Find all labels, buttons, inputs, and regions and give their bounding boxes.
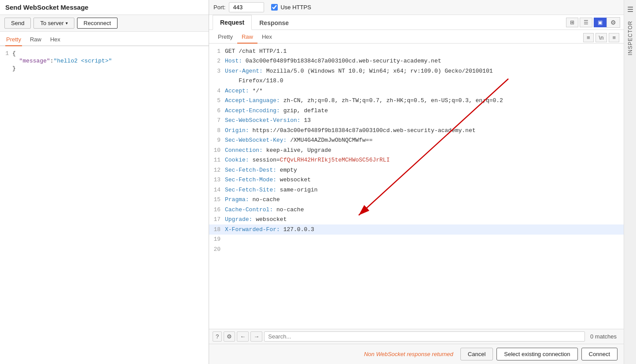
req-line-5: 5 Accept-Language: zh-CN, zh;q=0.8, zh-T… xyxy=(209,96,624,106)
help-icon-btn[interactable]: ? xyxy=(213,331,222,342)
tab-pretty-left[interactable]: Pretty xyxy=(5,34,22,46)
req-line-3: 3 User-Agent: Mozilla/5.0 (Windows NT 10… xyxy=(209,66,624,76)
code-line-3: } xyxy=(0,65,209,72)
gear-button[interactable]: ⚙ xyxy=(607,17,620,28)
tab-raw-inner[interactable]: Raw xyxy=(237,32,257,44)
search-input[interactable] xyxy=(264,331,585,342)
reconnect-button[interactable]: Reconnect xyxy=(77,18,118,29)
right-panel: Port: Use HTTPS Request Response ⊞ ☰ ▣ ⚙… xyxy=(209,0,624,364)
inspector-lines-icon: ☰ xyxy=(625,4,635,15)
req-line-4: 4 Accept: */* xyxy=(209,86,624,96)
inner-btn-more[interactable]: ≡ xyxy=(609,33,619,42)
view-grid-btn[interactable]: ⊞ xyxy=(566,18,578,27)
tab-response[interactable]: Response xyxy=(252,15,296,30)
select-existing-connection-button[interactable]: Select existing connection xyxy=(496,348,577,360)
req-line-11: 11 Cookie: session=CfQvLRH42HrRIkj5teMCH… xyxy=(209,155,624,165)
connect-button[interactable]: Connect xyxy=(581,348,618,360)
to-server-button[interactable]: To server ▾ xyxy=(33,18,74,29)
req-line-3b: Firefox/118.0 xyxy=(209,76,624,86)
use-https-label: Use HTTPS xyxy=(271,4,311,11)
view-detail-btn[interactable]: ▣ xyxy=(594,18,607,27)
tab-pretty-inner[interactable]: Pretty xyxy=(213,32,237,44)
left-code-content: 1 { "message":"hello2 <script>" } xyxy=(0,46,209,364)
req-line-8: 8 Origin: https://0a3c00ef0489f9b18384c8… xyxy=(209,125,624,136)
req-line-14: 14 Sec-Fetch-Site: same-origin xyxy=(209,185,624,195)
search-settings-btn[interactable]: ⚙ xyxy=(224,331,235,342)
tab-request[interactable]: Request xyxy=(213,15,252,30)
req-line-7: 7 Sec-WebSocket-Version: 13 xyxy=(209,116,624,126)
req-line-1: 1 GET /chat HTTP/1.1 xyxy=(209,46,624,56)
tab-raw-left[interactable]: Raw xyxy=(29,34,42,46)
req-line-20: 20 xyxy=(209,244,624,254)
left-panel: Send WebSocket Message Send To server ▾ … xyxy=(0,0,209,364)
req-line-15: 15 Pragma: no-cache xyxy=(209,195,624,205)
request-response-tabs: Request Response ⊞ ☰ ▣ ⚙ xyxy=(209,15,624,30)
request-body-wrapper: 1 GET /chat HTTP/1.1 2 Host: 0a3c00ef048… xyxy=(209,44,624,329)
port-label: Port: xyxy=(213,4,225,11)
bottom-bar: Non WebSocket response returned Cancel S… xyxy=(209,344,624,364)
inner-btn-wrap[interactable]: \n xyxy=(596,33,607,42)
search-next-btn[interactable]: → xyxy=(250,331,262,342)
use-https-text: Use HTTPS xyxy=(280,4,311,11)
cancel-button[interactable]: Cancel xyxy=(460,348,493,360)
send-button[interactable]: Send xyxy=(4,18,31,29)
view-buttons: ⊞ ☰ ▣ xyxy=(566,18,607,27)
tab-hex-left[interactable]: Hex xyxy=(49,34,61,46)
port-input[interactable] xyxy=(229,2,264,12)
req-line-18: 18 X-Forwarded-For: 127.0.0.3 xyxy=(209,224,624,235)
left-toolbar: Send To server ▾ Reconnect xyxy=(0,15,209,32)
search-bar: ? ⚙ ← → 0 matches xyxy=(209,329,624,344)
inspector-sidebar: ☰ INSPECTOR xyxy=(624,0,636,364)
code-line-1: 1 { xyxy=(0,50,209,57)
inner-btn-format[interactable]: ≡ xyxy=(583,33,594,42)
inner-tabs: Pretty Raw Hex ≡ \n ≡ xyxy=(209,30,624,44)
tab-hex-inner[interactable]: Hex xyxy=(257,32,276,44)
req-line-9: 9 Sec-WebSocket-Key: /XMU4G4AZDmJwObNQCM… xyxy=(209,136,624,146)
req-line-19: 19 xyxy=(209,235,624,245)
view-list-btn[interactable]: ☰ xyxy=(580,18,592,27)
req-line-12: 12 Sec-Fetch-Dest: empty xyxy=(209,165,624,175)
status-message: Non WebSocket response returned xyxy=(364,351,453,357)
req-line-10: 10 Connection: keep-alive, Upgrade xyxy=(209,145,624,155)
code-line-2: "message":"hello2 <script>" xyxy=(0,57,209,65)
req-line-17: 17 Upgrade: websocket xyxy=(209,215,624,225)
request-body: 1 GET /chat HTTP/1.1 2 Host: 0a3c00ef048… xyxy=(209,44,624,329)
search-prev-btn[interactable]: ← xyxy=(237,331,249,342)
inner-tab-buttons: ≡ \n ≡ xyxy=(583,33,619,42)
chevron-down-icon: ▾ xyxy=(66,21,68,26)
search-matches: 0 matches xyxy=(587,333,620,340)
req-line-6: 6 Accept-Encoding: gzip, deflate xyxy=(209,106,624,116)
use-https-checkbox[interactable] xyxy=(271,4,278,11)
inspector-label: INSPECTOR xyxy=(627,21,633,55)
top-bar: Port: Use HTTPS xyxy=(209,0,624,15)
panel-title: Send WebSocket Message xyxy=(0,0,209,15)
left-tabs: Pretty Raw Hex xyxy=(0,32,209,46)
req-line-16: 16 Cache-Control: no-cache xyxy=(209,205,624,215)
req-line-2: 2 Host: 0a3c00ef0489f9b18384c87a003100cd… xyxy=(209,56,624,66)
req-line-13: 13 Sec-Fetch-Mode: websocket xyxy=(209,175,624,185)
